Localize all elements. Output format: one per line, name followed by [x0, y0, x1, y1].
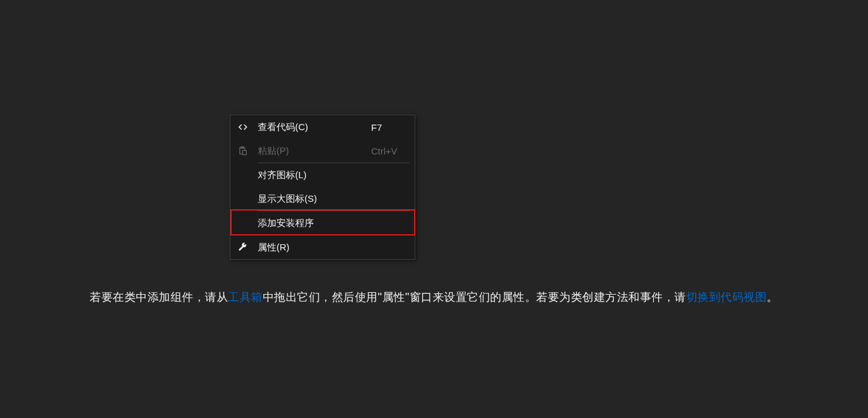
menu-properties[interactable]: 属性(R) — [230, 235, 415, 259]
wrench-icon — [230, 242, 255, 252]
hint-text: 中拖出它们，然后使用"属性"窗口来设置它们的属性。若要为类创建方法和事件，请 — [263, 291, 686, 303]
menu-label: 粘贴(P) — [255, 145, 371, 157]
menu-large-icons[interactable]: 显示大图标(S) — [230, 187, 415, 211]
codeview-link[interactable]: 切换到代码视图 — [686, 291, 767, 303]
hint-text: 若要在类中添加组件，请从 — [90, 291, 228, 303]
menu-label: 显示大图标(S) — [230, 193, 415, 205]
menu-view-code[interactable]: 查看代码(C) F7 — [230, 115, 415, 139]
menu-label: 属性(R) — [255, 242, 415, 254]
menu-align-icons[interactable]: 对齐图标(L) — [230, 163, 415, 187]
paste-icon — [230, 146, 255, 156]
designer-hint: 若要在类中添加组件，请从工具箱中拖出它们，然后使用"属性"窗口来设置它们的属性。… — [0, 290, 868, 305]
menu-label: 对齐图标(L) — [230, 169, 415, 181]
code-icon — [230, 122, 255, 132]
menu-shortcut: Ctrl+V — [371, 146, 415, 156]
menu-paste[interactable]: 粘贴(P) Ctrl+V — [230, 139, 415, 163]
context-menu: 查看代码(C) F7 粘贴(P) Ctrl+V 对齐图标(L) 显示大图标(S)… — [230, 115, 415, 260]
toolbox-link[interactable]: 工具箱 — [228, 291, 263, 303]
menu-label: 添加安装程序 — [230, 217, 415, 229]
menu-shortcut: F7 — [371, 122, 415, 133]
hint-text: 。 — [767, 291, 778, 303]
menu-label: 查看代码(C) — [255, 121, 371, 133]
svg-rect-2 — [243, 151, 247, 155]
menu-add-installer[interactable]: 添加安装程序 — [230, 211, 415, 235]
